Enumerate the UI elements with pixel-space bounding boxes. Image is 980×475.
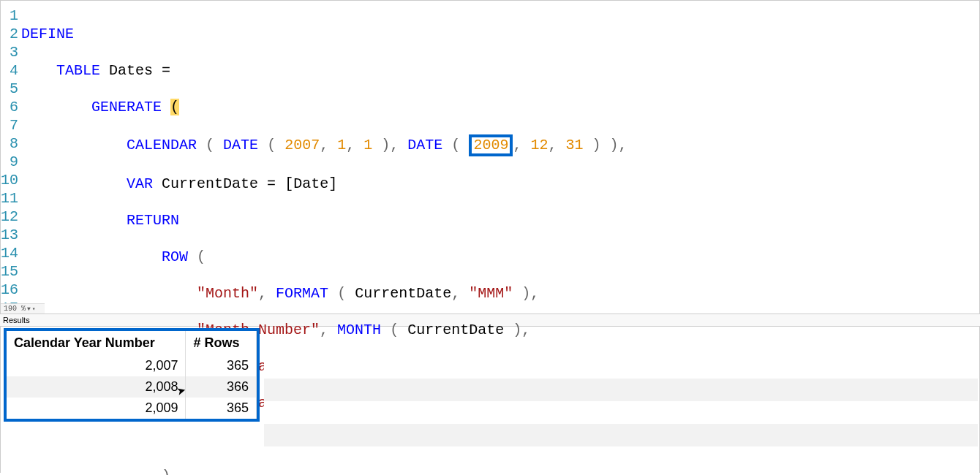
function-calendar: CALENDAR bbox=[127, 137, 197, 153]
line-number: 7 bbox=[1, 116, 18, 134]
comma: , bbox=[619, 137, 627, 153]
comma: , bbox=[513, 137, 521, 153]
line-number: 9 bbox=[1, 153, 18, 171]
line-number: 6 bbox=[1, 98, 18, 116]
code-editor[interactable]: 1 2 3 4 5 6 7 8 9 10 11 12 13 14 15 16 1… bbox=[0, 0, 980, 314]
paren: ( bbox=[337, 285, 346, 302]
code-line[interactable]: DEFINE bbox=[21, 25, 979, 43]
paren: ) bbox=[592, 137, 601, 153]
cell-year: 2,007 bbox=[7, 355, 186, 376]
number-literal: 31 bbox=[565, 137, 583, 153]
comma: , bbox=[258, 285, 267, 302]
keyword-var: VAR bbox=[127, 175, 153, 192]
comma: , bbox=[390, 137, 399, 153]
highlighted-year-box: 2009 bbox=[469, 134, 513, 156]
column-header-rows[interactable]: # Rows bbox=[186, 331, 257, 355]
code-line[interactable]: TABLE Dates = bbox=[21, 61, 979, 80]
table-name: Dates bbox=[109, 62, 153, 79]
results-panel: Calendar Year Number # Rows 2,007 365 2,… bbox=[0, 327, 980, 473]
column-header-year[interactable]: Calendar Year Number bbox=[7, 331, 186, 355]
number-literal: 1 bbox=[363, 137, 372, 153]
comma: , bbox=[320, 137, 328, 153]
line-number: 5 bbox=[1, 80, 18, 98]
zoom-level-control[interactable]: 190 % ▼ ▾ bbox=[1, 303, 45, 314]
cell-count: 365 bbox=[186, 398, 257, 419]
table-row[interactable]: 2,008 366 bbox=[7, 376, 257, 398]
line-number: 10 bbox=[1, 171, 18, 189]
paren: ( bbox=[197, 248, 206, 265]
comma: , bbox=[451, 285, 460, 302]
keyword-define: DEFINE bbox=[21, 26, 74, 42]
cell-year: 2,008 bbox=[7, 376, 186, 398]
cell-count: 365 bbox=[186, 355, 257, 376]
line-number: 8 bbox=[1, 134, 18, 153]
paren: ) bbox=[521, 285, 530, 302]
paren: ) bbox=[381, 137, 390, 153]
cell-year: 2,009 bbox=[7, 398, 186, 419]
keyword-return: RETURN bbox=[127, 212, 179, 229]
table-row[interactable]: 2,007 365 bbox=[7, 355, 257, 376]
table-row[interactable]: 2,009 365 bbox=[7, 398, 257, 419]
line-number: 14 bbox=[1, 244, 18, 262]
chevron-down-icon[interactable]: ▼ bbox=[27, 305, 31, 312]
cell-count: 366 bbox=[186, 376, 257, 398]
keyword-table: TABLE bbox=[56, 62, 100, 79]
line-number: 13 bbox=[1, 226, 18, 244]
line-number: 2 bbox=[1, 25, 18, 43]
function-date: DATE bbox=[407, 137, 442, 153]
number-literal: 2007 bbox=[284, 137, 320, 153]
code-line[interactable]: RETURN bbox=[21, 211, 979, 229]
string-literal: "Month" bbox=[197, 285, 258, 302]
paren: ) bbox=[610, 137, 619, 153]
line-number: 3 bbox=[1, 43, 18, 61]
function-row: ROW bbox=[162, 248, 188, 265]
line-number: 11 bbox=[1, 189, 18, 208]
paren: ( bbox=[267, 137, 276, 153]
line-number: 15 bbox=[1, 262, 18, 281]
paren: ( bbox=[206, 137, 214, 153]
number-literal: 12 bbox=[530, 137, 548, 153]
function-date: DATE bbox=[223, 137, 258, 153]
zoom-level-value: 190 % bbox=[4, 305, 26, 313]
code-content[interactable]: DEFINE TABLE Dates = GENERATE ( CALENDAR… bbox=[21, 1, 979, 314]
code-line[interactable]: CALENDAR ( DATE ( 2007, 1, 1 ), DATE ( 2… bbox=[21, 134, 979, 156]
comma: , bbox=[346, 137, 355, 153]
line-number: 16 bbox=[1, 281, 18, 299]
line-number: 4 bbox=[1, 61, 18, 80]
column-ref: [Date] bbox=[284, 175, 337, 192]
code-line[interactable]: "Month", FORMAT ( CurrentDate, "MMM" ), bbox=[21, 284, 979, 303]
code-line[interactable]: GENERATE ( bbox=[21, 98, 979, 116]
results-background-stripes bbox=[264, 356, 978, 469]
table-header-row: Calendar Year Number # Rows bbox=[7, 331, 257, 355]
paren: ( bbox=[451, 137, 460, 153]
chevron-down-icon[interactable]: ▾ bbox=[32, 305, 36, 312]
results-table[interactable]: Calendar Year Number # Rows 2,007 365 2,… bbox=[7, 331, 257, 419]
string-literal: "MMM" bbox=[469, 285, 513, 302]
number-literal: 2009 bbox=[473, 137, 508, 153]
line-number: 1 bbox=[1, 7, 18, 25]
results-highlight-box: Calendar Year Number # Rows 2,007 365 2,… bbox=[4, 328, 260, 422]
function-format: FORMAT bbox=[276, 285, 328, 302]
function-generate: GENERATE bbox=[91, 99, 162, 115]
paren-open-highlighted: ( bbox=[170, 99, 179, 115]
identifier: CurrentDate bbox=[355, 285, 451, 302]
line-number-gutter: 1 2 3 4 5 6 7 8 9 10 11 12 13 14 15 16 1… bbox=[1, 1, 21, 314]
operator-eq: = bbox=[162, 62, 170, 79]
code-line[interactable]: ROW ( bbox=[21, 248, 979, 266]
comma: , bbox=[530, 285, 539, 302]
line-number: 12 bbox=[1, 208, 18, 226]
operator-eq: = bbox=[267, 175, 276, 192]
variable-name: CurrentDate bbox=[162, 175, 258, 192]
code-line[interactable]: VAR CurrentDate = [Date] bbox=[21, 175, 979, 193]
number-literal: 1 bbox=[337, 137, 346, 153]
comma: , bbox=[548, 137, 557, 153]
